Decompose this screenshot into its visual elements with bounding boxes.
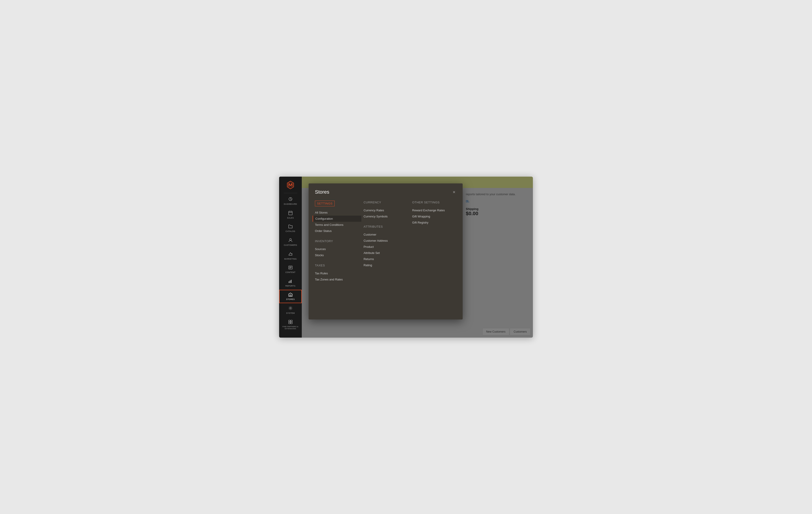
sidebar: DASHBOARD SALES CATALOG CUSTOMERS — [279, 177, 302, 337]
modal-col-other: Other Settings Reward Exchange Rates Gif… — [412, 201, 456, 288]
sidebar-item-label: STORES — [286, 298, 295, 300]
inventory-section: Inventory Sources Stocks — [315, 239, 359, 258]
content-icon — [288, 266, 293, 270]
svg-rect-8 — [290, 295, 291, 296]
sidebar-item-label: SYSTEM — [286, 312, 295, 314]
system-icon — [288, 306, 293, 311]
sidebar-item-stores[interactable]: STORES — [279, 290, 302, 303]
settings-links: All Stores Configuration Terms and Condi… — [315, 210, 359, 234]
sidebar-item-label: DASHBOARD — [284, 203, 297, 205]
currency-symbols-link[interactable]: Currency Symbols — [364, 213, 408, 219]
terms-conditions-link[interactable]: Terms and Conditions — [315, 222, 359, 228]
sidebar-item-label: CUSTOMERS — [284, 244, 297, 246]
stores-icon — [288, 293, 293, 297]
svg-rect-5 — [289, 281, 289, 283]
sidebar-item-label: FIND PARTNERS & EXTENSIONS — [281, 326, 300, 330]
returns-link[interactable]: Returns — [364, 256, 408, 262]
modal-overlay[interactable]: Stores × Settings All Stores Configurati… — [302, 177, 533, 337]
reports-icon — [288, 279, 293, 284]
attributes-heading: Attributes — [364, 225, 408, 228]
reward-exchange-link[interactable]: Reward Exchange Rates — [412, 207, 456, 213]
svg-rect-6 — [290, 280, 290, 283]
page-wrapper: DASHBOARD SALES CATALOG CUSTOMERS — [279, 177, 533, 337]
sidebar-logo — [279, 177, 302, 193]
sidebar-item-reports[interactable]: REPORTS — [279, 276, 302, 290]
tax-zones-link[interactable]: Tax Zones and Rates — [315, 276, 359, 282]
other-settings-heading: Other Settings — [412, 201, 456, 204]
sidebar-item-label: MARKETING — [284, 258, 296, 260]
magento-logo-icon — [286, 180, 295, 190]
all-stores-link[interactable]: All Stores — [315, 210, 359, 216]
rating-link[interactable]: Rating — [364, 262, 408, 268]
attributes-section: Attributes Customer Customer Address Pro… — [364, 225, 408, 268]
sidebar-item-content[interactable]: CONTENT — [279, 263, 302, 276]
inventory-heading: Inventory — [315, 239, 359, 243]
stocks-link[interactable]: Stocks — [315, 252, 359, 258]
currency-heading: Currency — [364, 201, 408, 204]
sidebar-item-label: REPORTS — [286, 285, 295, 287]
product-attr-link[interactable]: Product — [364, 244, 408, 250]
attribute-set-link[interactable]: Attribute Set — [364, 250, 408, 256]
configuration-link[interactable]: Configuration — [313, 216, 361, 222]
svg-point-9 — [290, 307, 291, 309]
svg-marker-0 — [287, 181, 294, 189]
modal-col-settings: Settings All Stores Configuration Terms … — [315, 201, 364, 288]
svg-rect-13 — [291, 322, 292, 324]
currency-rates-link[interactable]: Currency Rates — [364, 207, 408, 213]
dashboard-icon — [288, 197, 293, 202]
currency-section: Currency Currency Rates Currency Symbols — [364, 201, 408, 219]
order-status-link[interactable]: Order Status — [315, 228, 359, 234]
sidebar-item-system[interactable]: SYSTEM — [279, 303, 302, 317]
sidebar-item-extensions[interactable]: FIND PARTNERS & EXTENSIONS — [279, 317, 302, 332]
modal-close-button[interactable]: × — [452, 189, 456, 195]
sidebar-item-sales[interactable]: SALES — [279, 208, 302, 222]
stores-modal: Stores × Settings All Stores Configurati… — [309, 183, 463, 320]
other-settings-section: Other Settings Reward Exchange Rates Gif… — [412, 201, 456, 225]
modal-body: Settings All Stores Configuration Terms … — [315, 201, 456, 288]
marketing-icon — [288, 252, 293, 257]
taxes-heading: Taxes — [315, 264, 359, 267]
sidebar-item-label: SALES — [287, 217, 294, 219]
sales-icon — [288, 211, 292, 216]
sidebar-item-catalog[interactable]: CATALOG — [279, 222, 302, 235]
sidebar-item-dashboard[interactable]: DASHBOARD — [279, 194, 302, 208]
modal-header: Stores × — [315, 189, 456, 195]
modal-col-currency: Currency Currency Rates Currency Symbols… — [364, 201, 412, 288]
gift-wrapping-link[interactable]: Gift Wrapping — [412, 213, 456, 219]
customers-icon — [288, 238, 293, 243]
modal-title: Stores — [315, 189, 329, 195]
sidebar-item-label: CATALOG — [286, 230, 295, 233]
gift-registry-link[interactable]: Gift Registry — [412, 219, 456, 225]
sources-link[interactable]: Sources — [315, 246, 359, 252]
customer-attr-link[interactable]: Customer — [364, 232, 408, 238]
tax-rules-link[interactable]: Tax Rules — [315, 270, 359, 276]
customer-address-link[interactable]: Customer Address — [364, 238, 408, 244]
svg-rect-2 — [289, 211, 292, 215]
extensions-icon — [288, 320, 293, 325]
svg-rect-11 — [291, 320, 292, 322]
sidebar-item-marketing[interactable]: MARKETING — [279, 249, 302, 263]
svg-rect-10 — [289, 320, 290, 322]
svg-point-3 — [290, 239, 291, 240]
settings-heading: Settings — [315, 201, 335, 206]
main-content: reports tailored to your customer data. … — [302, 177, 533, 337]
taxes-section: Taxes Tax Rules Tax Zones and Rates — [315, 264, 359, 282]
svg-rect-12 — [289, 322, 290, 324]
sidebar-item-customers[interactable]: CUSTOMERS — [279, 235, 302, 249]
sidebar-item-label: CONTENT — [286, 271, 296, 273]
svg-rect-7 — [291, 280, 292, 283]
catalog-icon — [288, 224, 293, 229]
